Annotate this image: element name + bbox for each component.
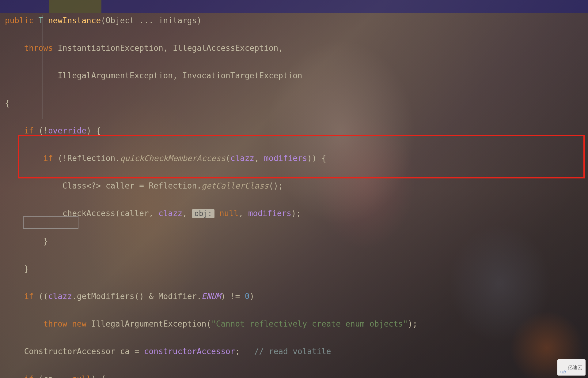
keyword-if: if (24, 374, 34, 378)
comment: // read volatile (254, 347, 331, 356)
exception-class: InvocationTargetException (182, 71, 302, 80)
code-line[interactable]: if (ca == null) { (0, 372, 588, 378)
keyword-throw: throw (43, 319, 67, 328)
exception-class: InstantiationException (58, 43, 163, 53)
keyword-public: public (5, 16, 34, 25)
svg-point-0 (562, 372, 563, 372)
field-modifiers: modifiers (264, 154, 307, 163)
code-line[interactable]: if (!Reflection.quickCheckMemberAccess(c… (0, 152, 588, 165)
keyword-new: new (72, 319, 86, 328)
cloud-icon (560, 365, 567, 370)
code-line[interactable]: { (0, 96, 588, 110)
code-editor[interactable]: public T newInstance(Object ... initargs… (0, 0, 588, 378)
method-call: getCallerClass (202, 181, 269, 190)
field-clazz: clazz (158, 209, 182, 218)
keyword-null: null (219, 209, 239, 218)
code-line[interactable]: public T newInstance(Object ... initargs… (0, 14, 588, 28)
keyword-if: if (24, 126, 34, 135)
brace-close: } (43, 237, 48, 246)
method-name: newInstance (48, 16, 101, 25)
code-line[interactable]: throw new IllegalArgumentException("Cann… (0, 317, 588, 331)
code-line[interactable]: ConstructorAccessor ca = constructorAcce… (0, 345, 588, 358)
brace-open: { (5, 99, 10, 108)
code-line[interactable]: Class<?> caller = Reflection.getCallerCl… (0, 179, 588, 193)
field-clazz: clazz (48, 292, 72, 301)
keyword-null: null (72, 374, 91, 378)
watermark-badge: 亿速云 (557, 359, 586, 376)
constant-enum: ENUM (202, 292, 221, 301)
code-line[interactable]: IllegalArgumentException, InvocationTarg… (0, 69, 588, 83)
method-signature: (Object ... initargs) (101, 16, 202, 25)
field-constructorAccessor: constructorAccessor (144, 347, 235, 356)
number-literal: 0 (245, 292, 250, 301)
keyword-if: if (24, 292, 34, 301)
parameter-hint: obj: (192, 209, 215, 218)
field-override: override (48, 126, 86, 135)
code-line[interactable]: } (0, 234, 588, 248)
code-line[interactable]: if (!override) { (0, 124, 588, 138)
type-T: T (39, 16, 44, 25)
string-literal: "Cannot reflectively create enum objects… (211, 319, 408, 328)
exception-class: IllegalAccessException (173, 43, 278, 53)
code-line[interactable]: if ((clazz.getModifiers() & Modifier.ENU… (0, 290, 588, 303)
svg-point-1 (563, 372, 564, 372)
code-line[interactable]: } (0, 262, 588, 276)
method-call: quickCheckMemberAccess (120, 154, 226, 163)
exception-class: IllegalArgumentException (58, 71, 173, 80)
field-modifiers: modifiers (248, 209, 291, 218)
brace-close: } (24, 264, 29, 273)
field-clazz: clazz (230, 154, 254, 163)
code-line[interactable]: throws InstantiationException, IllegalAc… (0, 41, 588, 55)
watermark-text: 亿速云 (568, 361, 582, 374)
keyword-if: if (43, 154, 53, 163)
code-line[interactable]: checkAccess(caller, clazz, obj: null, mo… (0, 207, 588, 221)
keyword-throws: throws (24, 43, 53, 53)
